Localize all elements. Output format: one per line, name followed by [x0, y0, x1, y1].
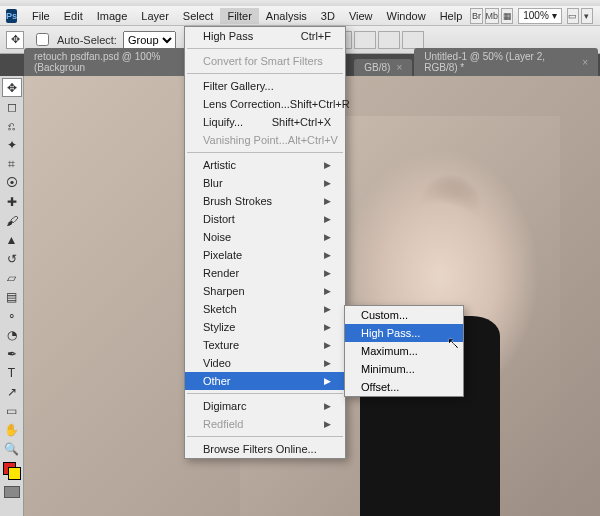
filter-last-used[interactable]: High Pass Ctrl+F	[185, 27, 345, 45]
menu-separator	[187, 436, 343, 437]
filter-filter-gallery[interactable]: Filter Gallery...	[185, 77, 345, 95]
eraser-tool[interactable]: ▱	[2, 268, 22, 287]
view-extras-icon[interactable]: ▦	[501, 8, 513, 24]
zoom-value: 100%	[523, 10, 549, 21]
auto-select-label: Auto-Select:	[57, 34, 117, 46]
launch-bridge-icon[interactable]: Br	[470, 8, 482, 24]
filter-render[interactable]: Render▶	[185, 264, 345, 282]
filter-distort[interactable]: Distort▶	[185, 210, 345, 228]
filter-digimarc[interactable]: Digimarc▶	[185, 397, 345, 415]
submenu-arrow-icon: ▶	[324, 401, 331, 411]
zoom-tool[interactable]: 🔍	[2, 439, 22, 458]
filter-pixelate[interactable]: Pixelate▶	[185, 246, 345, 264]
filter-sketch[interactable]: Sketch▶	[185, 300, 345, 318]
heal-tool[interactable]: ✚	[2, 192, 22, 211]
align-button[interactable]	[402, 31, 424, 49]
align-button[interactable]	[378, 31, 400, 49]
filter-redfield: Redfield▶	[185, 415, 345, 433]
menu-item-label: Brush Strokes	[203, 195, 272, 207]
close-icon[interactable]: ×	[396, 62, 402, 73]
zoom-level-field[interactable]: 100% ▾	[518, 8, 561, 24]
submenu-arrow-icon: ▶	[324, 358, 331, 368]
color-swatches[interactable]	[3, 462, 21, 480]
filter-brush-strokes[interactable]: Brush Strokes▶	[185, 192, 345, 210]
quickmask-toggle[interactable]	[4, 486, 20, 498]
menu-item-label: Noise	[203, 231, 231, 243]
menu-item-label: Texture	[203, 339, 239, 351]
menu-image[interactable]: Image	[90, 8, 135, 24]
menu-item-label: Artistic	[203, 159, 236, 171]
menu-layer[interactable]: Layer	[134, 8, 176, 24]
history-brush-tool[interactable]: ↺	[2, 249, 22, 268]
marquee-tool[interactable]: ◻	[2, 97, 22, 116]
submenu-arrow-icon: ▶	[324, 419, 331, 429]
filter-blur[interactable]: Blur▶	[185, 174, 345, 192]
menu-item-label: High Pass	[203, 30, 253, 42]
dodge-tool[interactable]: ◔	[2, 325, 22, 344]
crop-tool[interactable]: ⌗	[2, 154, 22, 173]
menu-item-label: Video	[203, 357, 231, 369]
type-tool[interactable]: T	[2, 363, 22, 382]
filter-artistic[interactable]: Artistic▶	[185, 156, 345, 174]
menu-separator	[187, 48, 343, 49]
menu-view[interactable]: View	[342, 8, 380, 24]
document-tab[interactable]: GB/8) ×	[354, 59, 412, 76]
gradient-tool[interactable]: ▤	[2, 287, 22, 306]
move-tool[interactable]: ✥	[2, 78, 22, 97]
launch-minibridge-icon[interactable]: Mb	[485, 8, 500, 24]
other-custom[interactable]: Custom...	[345, 306, 463, 324]
menu-analysis[interactable]: Analysis	[259, 8, 314, 24]
filter-texture[interactable]: Texture▶	[185, 336, 345, 354]
brush-tool[interactable]: 🖌	[2, 211, 22, 230]
filter-vanishing-point: Vanishing Point... Alt+Ctrl+V	[185, 131, 345, 149]
pen-tool[interactable]: ✒	[2, 344, 22, 363]
menu-edit[interactable]: Edit	[57, 8, 90, 24]
menu-item-label: Redfield	[203, 418, 243, 430]
path-tool[interactable]: ↗	[2, 382, 22, 401]
auto-select-checkbox[interactable]	[36, 33, 49, 46]
filter-sharpen[interactable]: Sharpen▶	[185, 282, 345, 300]
menu-item-label: Offset...	[361, 381, 399, 393]
shape-tool[interactable]: ▭	[2, 401, 22, 420]
filter-liquify[interactable]: Liquify... Shift+Ctrl+X	[185, 113, 345, 131]
filter-noise[interactable]: Noise▶	[185, 228, 345, 246]
menu-help[interactable]: Help	[433, 8, 470, 24]
submenu-arrow-icon: ▶	[324, 376, 331, 386]
background-swatch[interactable]	[8, 467, 21, 480]
hand-tool[interactable]: ✋	[2, 420, 22, 439]
submenu-arrow-icon: ▶	[324, 268, 331, 278]
menu-file[interactable]: File	[25, 8, 57, 24]
align-button[interactable]	[354, 31, 376, 49]
auto-select-dropdown[interactable]: Group	[123, 31, 176, 49]
menu-filter[interactable]: Filter	[220, 8, 258, 24]
filter-browse-online[interactable]: Browse Filters Online...	[185, 440, 345, 458]
filter-video[interactable]: Video▶	[185, 354, 345, 372]
screen-mode-icon[interactable]: ▭	[567, 8, 579, 24]
eyedropper-tool[interactable]: ⦿	[2, 173, 22, 192]
other-offset[interactable]: Offset...	[345, 378, 463, 396]
stamp-tool[interactable]: ▲	[2, 230, 22, 249]
menu-item-label: Custom...	[361, 309, 408, 321]
submenu-arrow-icon: ▶	[324, 322, 331, 332]
menu-3d[interactable]: 3D	[314, 8, 342, 24]
filter-convert-smart: Convert for Smart Filters	[185, 52, 345, 70]
current-tool-icon[interactable]: ✥	[6, 31, 24, 49]
wand-tool[interactable]: ✦	[2, 135, 22, 154]
filter-lens-correction[interactable]: Lens Correction... Shift+Ctrl+R	[185, 95, 345, 113]
mouse-cursor-icon: ⭦	[446, 335, 460, 351]
arrange-docs-icon[interactable]: ▾	[581, 8, 593, 24]
menu-item-label: Liquify...	[203, 116, 243, 128]
blur-tool[interactable]: ∘	[2, 306, 22, 325]
submenu-arrow-icon: ▶	[324, 178, 331, 188]
lasso-tool[interactable]: ⎌	[2, 116, 22, 135]
filter-stylize[interactable]: Stylize▶	[185, 318, 345, 336]
other-minimum[interactable]: Minimum...	[345, 360, 463, 378]
menu-item-label: Pixelate	[203, 249, 242, 261]
menu-item-shortcut: Ctrl+F	[301, 30, 331, 42]
menu-item-label: Blur	[203, 177, 223, 189]
close-icon[interactable]: ×	[582, 57, 588, 68]
document-tab[interactable]: Untitled-1 @ 50% (Layer 2, RGB/8) * ×	[414, 48, 598, 76]
menu-select[interactable]: Select	[176, 8, 221, 24]
filter-other[interactable]: Other▶	[185, 372, 345, 390]
menu-window[interactable]: Window	[380, 8, 433, 24]
